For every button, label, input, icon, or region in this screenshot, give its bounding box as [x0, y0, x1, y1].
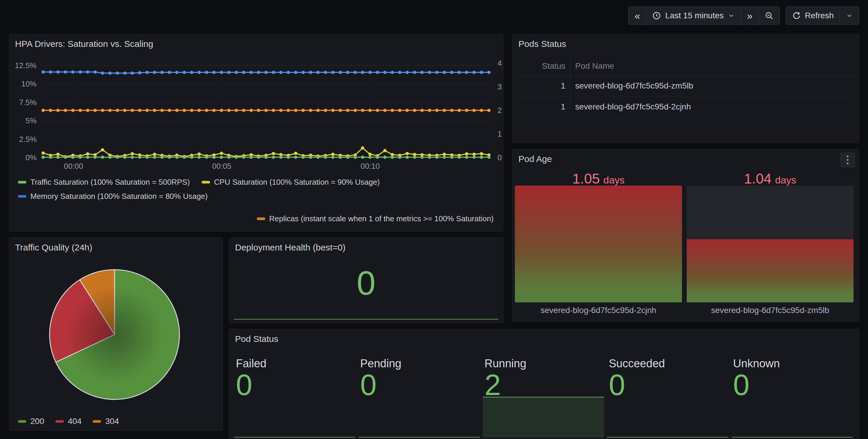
- legend-item-replicas[interactable]: Replicas (instant scale when 1 of the me…: [257, 214, 494, 223]
- series-swatch: [257, 217, 265, 220]
- panel-title-deployment-health[interactable]: Deployment Health (best=0): [235, 242, 345, 252]
- time-range-label: Last 15 minutes: [665, 11, 724, 20]
- stat-sparkline: [234, 437, 355, 438]
- legend-label: CPU Saturation (100% Saturation = 90% Us…: [214, 178, 380, 187]
- legend-item-304[interactable]: 304: [93, 416, 119, 426]
- pod-age-pod-label: severed-blog-6d7fc5c95d-2cjnh: [515, 306, 682, 316]
- stat-sparkline: [359, 437, 480, 438]
- chevrons-left-icon: «: [634, 11, 640, 21]
- series-swatch: [18, 181, 26, 183]
- series-swatch: [202, 181, 210, 183]
- cell-pod-name: severed-blog-6d7fc5c95d-2cjnh: [570, 102, 691, 111]
- deployment-health-value: 0: [229, 266, 503, 300]
- time-toolbar: « Last 15 minutes »: [628, 6, 859, 25]
- pod-age-pod-label: severed-blog-6d7fc5c95d-zm5lb: [687, 306, 854, 316]
- pod-age-number: 1.04: [744, 171, 771, 187]
- refresh-icon: [792, 11, 801, 20]
- legend-label: 304: [105, 416, 119, 426]
- legend-label: Traffic Saturation (100% Saturation = 50…: [30, 178, 190, 187]
- pod-age-unit: days: [603, 174, 625, 186]
- hpa-legend-row-3: Replicas (instant scale when 1 of the me…: [257, 214, 494, 223]
- refresh-group: Refresh: [786, 6, 859, 25]
- panel-menu-kebab-icon[interactable]: [840, 152, 855, 168]
- svg-text:12.5%: 12.5%: [15, 61, 37, 70]
- cell-status: 1: [517, 97, 570, 117]
- time-range-picker[interactable]: Last 15 minutes: [646, 7, 741, 25]
- legend-item-traffic-saturation[interactable]: Traffic Saturation (100% Saturation = 50…: [18, 178, 190, 187]
- svg-text:7.5%: 7.5%: [19, 98, 37, 107]
- panel-pods-status: Pods Status Status Pod Name 1 severed-bl…: [512, 34, 859, 143]
- series-swatch: [18, 195, 26, 198]
- deployment-health-sparkline: [234, 319, 498, 319]
- series-swatch: [56, 420, 64, 423]
- hpa-chart[interactable]: 0%2.5%5%7.5%10%12.5%0123400:0000:0500:10: [9, 34, 503, 231]
- series-swatch: [18, 420, 26, 423]
- legend-item-200[interactable]: 200: [18, 416, 44, 426]
- legend-item-404[interactable]: 404: [56, 416, 82, 426]
- svg-text:00:10: 00:10: [361, 162, 380, 171]
- svg-text:0%: 0%: [25, 153, 37, 162]
- svg-text:0: 0: [497, 153, 502, 162]
- svg-text:2.5%: 2.5%: [19, 135, 37, 144]
- stat-running: Running 2: [482, 357, 607, 439]
- chevron-down-icon: [846, 12, 853, 19]
- table-row: 1 severed-blog-6d7fc5c95d-zm5lb: [517, 75, 854, 97]
- svg-text:1: 1: [497, 130, 502, 138]
- cell-status: 1: [517, 75, 570, 96]
- legend-label: Memory Saturation (100% Saturation = 80%…: [30, 192, 208, 201]
- stat-value: 2: [485, 371, 501, 399]
- column-header-status[interactable]: Status: [517, 57, 570, 75]
- stat-failed: Failed 0: [234, 357, 358, 439]
- svg-text:2: 2: [497, 106, 502, 115]
- pod-age-number: 1.05: [572, 171, 600, 187]
- pod-age-gauge: [687, 185, 854, 302]
- svg-text:3: 3: [497, 82, 502, 91]
- stat-sparkline-area: [483, 397, 604, 438]
- zoom-out-button[interactable]: [758, 7, 779, 25]
- zoom-out-icon: [765, 11, 774, 20]
- stat-value: 0: [609, 371, 625, 399]
- legend-label: 404: [68, 416, 82, 426]
- svg-text:10%: 10%: [21, 79, 37, 88]
- time-forward-button[interactable]: »: [741, 7, 758, 25]
- panel-traffic-quality: Traffic Quality (24h) 200 404 304: [9, 237, 223, 431]
- table-row: 1 severed-blog-6d7fc5c95d-2cjnh: [517, 97, 854, 117]
- panel-deployment-health: Deployment Health (best=0) 0: [229, 237, 503, 323]
- legend-item-cpu-saturation[interactable]: CPU Saturation (100% Saturation = 90% Us…: [202, 178, 380, 187]
- pod-age-value: 1.05 days: [515, 171, 682, 188]
- clock-icon: [652, 11, 661, 20]
- chevrons-right-icon: »: [747, 11, 752, 21]
- svg-text:00:00: 00:00: [64, 162, 83, 171]
- hpa-legend-row-1: Traffic Saturation (100% Saturation = 50…: [18, 178, 380, 187]
- cell-pod-name: severed-blog-6d7fc5c95d-zm5lb: [570, 81, 693, 91]
- legend-item-memory-saturation[interactable]: Memory Saturation (100% Saturation = 80%…: [18, 192, 208, 201]
- stat-value: 0: [236, 371, 252, 399]
- pie-legend: 200 404 304: [18, 416, 119, 426]
- pod-age-gauge: [515, 185, 682, 302]
- refresh-label: Refresh: [805, 11, 834, 20]
- column-header-pod-name[interactable]: Pod Name: [570, 61, 614, 71]
- stat-value: 0: [733, 371, 750, 399]
- table-header-row: Status Pod Name: [517, 57, 854, 75]
- traffic-quality-pie-chart[interactable]: [9, 249, 223, 415]
- panel-title-pods-status[interactable]: Pods Status: [519, 39, 566, 49]
- legend-label: 200: [30, 416, 44, 426]
- pod-age-value: 1.04 days: [687, 171, 854, 188]
- stat-sparkline: [607, 437, 728, 438]
- time-range-group: « Last 15 minutes »: [628, 6, 780, 25]
- svg-text:4: 4: [497, 59, 502, 68]
- refresh-button[interactable]: Refresh: [786, 7, 840, 25]
- pod-age-unit: days: [775, 174, 796, 186]
- panel-title-pod-age[interactable]: Pod Age: [519, 154, 552, 164]
- legend-label: Replicas (instant scale when 1 of the me…: [269, 214, 494, 223]
- svg-text:5%: 5%: [25, 116, 37, 125]
- svg-text:00:05: 00:05: [212, 162, 231, 171]
- panel-hpa-drivers: HPA Drivers: Saturation vs. Scaling 0%2.…: [9, 34, 503, 232]
- stat-sparkline: [731, 437, 852, 438]
- stat-succeeded: Succeeded 0: [607, 357, 731, 439]
- time-back-button[interactable]: «: [628, 7, 646, 25]
- panel-title-pod-status[interactable]: Pod Status: [235, 334, 278, 344]
- chevron-down-icon: [728, 12, 735, 19]
- refresh-interval-button[interactable]: [840, 7, 859, 25]
- stat-pending: Pending 0: [358, 357, 482, 439]
